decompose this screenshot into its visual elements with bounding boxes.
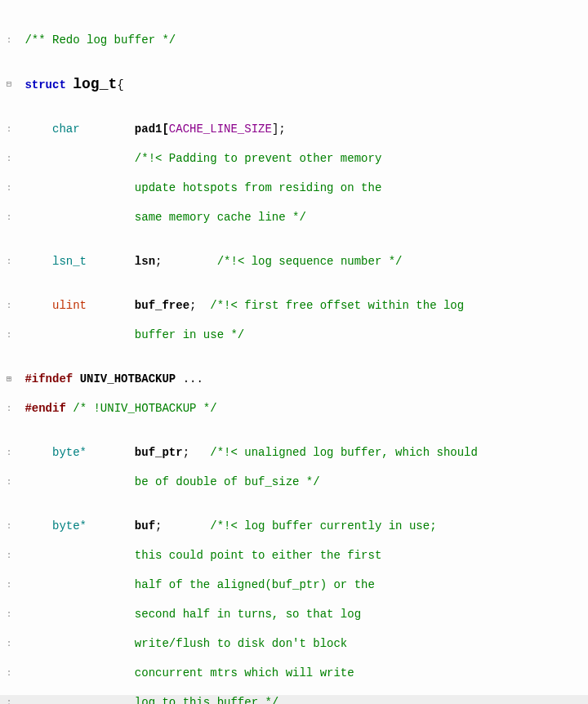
comment: write/flush to disk don't block (135, 637, 347, 650)
comment: concurrent mtrs which will write (135, 666, 354, 679)
fold-toggle-icon[interactable]: ⊞ (7, 374, 12, 384)
comment: be of double of buf_size */ (135, 475, 320, 488)
comment: /*!< Padding to prevent other memory (135, 152, 381, 165)
type-byte-ptr: byte* (52, 519, 87, 532)
member-lsn: lsn (135, 255, 155, 268)
code-line: ulint buf_free; /*!< first free offset w… (18, 298, 588, 313)
code-line: half of the aligned(buf_ptr) or the (18, 577, 588, 592)
code-line: #endif /* !UNIV_HOTBACKUP */ (18, 401, 588, 416)
code-line: /** Redo log buffer */ (18, 33, 588, 47)
member-pad1: pad1[ (135, 123, 169, 136)
comment: second half in turns, so that log (135, 608, 361, 621)
type-byte-ptr: byte* (52, 446, 87, 459)
comment: /*!< unaligned log buffer, which should (210, 446, 478, 459)
preproc-ifndef: #ifndef (24, 372, 73, 385)
type-ulint: ulint (52, 299, 87, 312)
code-line: byte* buf; /*!< log buffer currently in … (18, 519, 588, 533)
comment: /*!< log sequence number */ (217, 255, 403, 268)
code-line: #ifndef UNIV_HOTBACKUP ... (18, 372, 588, 386)
code-line: update hotspots from residing on the (18, 180, 588, 195)
struct-name: log_t (73, 76, 117, 92)
comment: /** Redo log buffer */ (24, 33, 176, 47)
highlighted-line: : log to this buffer */ (0, 695, 588, 704)
code-line: /*!< Padding to prevent other memory (18, 151, 588, 166)
member-buf-free: buf_free (135, 299, 189, 312)
member-buf-ptr: buf_ptr (135, 446, 183, 459)
type-lsn-t: lsn_t (52, 255, 87, 268)
code-line: this could point to either the first (18, 548, 588, 563)
comment: /*!< first free offset within the log (210, 299, 464, 312)
comment: this could point to either the first (135, 549, 381, 562)
code-line: struct log_t{ (18, 77, 588, 92)
code-line: concurrent mtrs which will write (18, 666, 588, 680)
comment: log to this buffer */ (135, 696, 278, 704)
code-line: byte* buf_ptr; /*!< unaligned log buffer… (18, 445, 588, 460)
brace-open: { (117, 78, 123, 91)
code-editor: : /** Redo log buffer */ ⊟ struct log_t{… (0, 0, 588, 704)
comment: half of the aligned(buf_ptr) or the (135, 578, 375, 591)
macro-univ-hotbackup: UNIV_HOTBACKUP (80, 372, 176, 385)
member-buf: buf (135, 519, 155, 532)
folded-dots: ... (183, 372, 203, 385)
code-line: be of double of buf_size */ (18, 475, 588, 489)
code-line: lsn_t lsn; /*!< log sequence number */ (18, 254, 588, 269)
type-char: char (52, 123, 80, 136)
comment: /*!< log buffer currently in use; (210, 519, 436, 532)
preproc-endif: #endif (24, 402, 65, 415)
gutter: : (0, 33, 18, 47)
comment: /* !UNIV_HOTBACKUP */ (73, 402, 216, 415)
code-line: second half in turns, so that log (18, 607, 588, 622)
code-line: char pad1[CACHE_LINE_SIZE]; (18, 122, 588, 136)
code-line: write/flush to disk don't block (18, 636, 588, 651)
code-line: buffer in use */ (18, 327, 588, 342)
fold-toggle-icon[interactable]: ⊟ (7, 79, 12, 89)
code-line: same memory cache line */ (18, 210, 588, 225)
comment: update hotspots from residing on the (135, 181, 381, 194)
keyword-struct: struct (24, 78, 65, 91)
code-line: log to this buffer */ (18, 695, 588, 704)
comment: buffer in use */ (135, 328, 244, 341)
const-cache-line-size: CACHE_LINE_SIZE (169, 123, 272, 136)
comment: same memory cache line */ (135, 211, 306, 224)
